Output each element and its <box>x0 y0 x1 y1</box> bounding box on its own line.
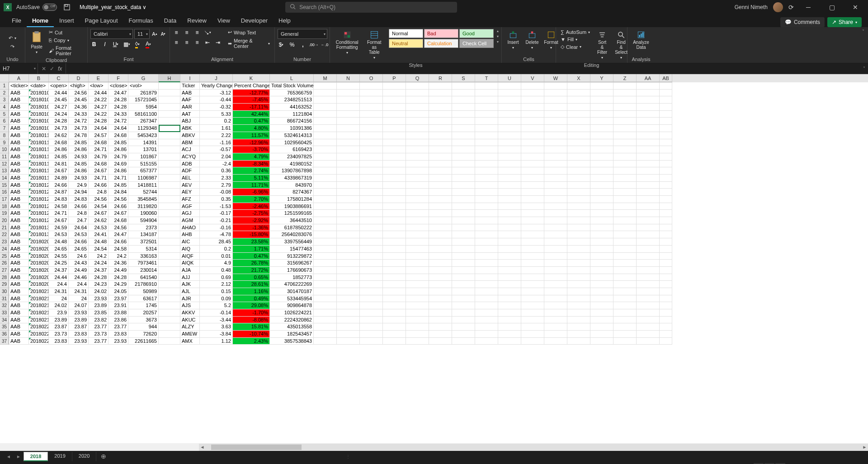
cell[interactable] <box>521 82 544 90</box>
cell[interactable] <box>567 274 590 281</box>
cell[interactable] <box>637 274 660 281</box>
cell[interactable] <box>521 118 544 125</box>
cell[interactable] <box>613 182 637 189</box>
cell[interactable] <box>159 196 180 203</box>
cell[interactable] <box>637 96 660 104</box>
cell[interactable] <box>475 189 498 196</box>
cell[interactable]: -1.36% <box>233 224 270 232</box>
bold-button[interactable]: B <box>90 41 98 48</box>
cell[interactable] <box>406 175 429 182</box>
cell[interactable] <box>360 224 383 232</box>
cell[interactable] <box>590 331 613 338</box>
cell[interactable] <box>337 231 360 238</box>
cell[interactable] <box>314 189 337 196</box>
cell[interactable]: 20180102 <box>29 90 49 97</box>
cell[interactable]: 20180207 <box>29 267 49 274</box>
cell[interactable] <box>406 317 429 324</box>
cell[interactable] <box>590 253 613 260</box>
cell[interactable] <box>637 217 660 224</box>
cell[interactable]: 24.46 <box>69 274 89 281</box>
cell[interactable] <box>383 175 406 182</box>
cell[interactable]: 20180123 <box>29 189 49 196</box>
cell[interactable] <box>475 317 498 324</box>
cell[interactable]: <vol> <box>128 82 159 90</box>
cell[interactable] <box>383 189 406 196</box>
cell[interactable] <box>613 274 637 281</box>
cell[interactable] <box>159 281 180 288</box>
cell[interactable] <box>544 132 567 139</box>
cell[interactable] <box>159 189 180 196</box>
cell[interactable] <box>498 253 521 260</box>
cell[interactable]: ACYQ <box>180 153 200 161</box>
cell[interactable]: -3.12 <box>200 90 233 97</box>
cell[interactable]: 0.09 <box>200 295 233 303</box>
column-header-I[interactable]: I <box>180 74 200 82</box>
cell[interactable] <box>159 331 180 338</box>
cell[interactable]: AJL <box>180 288 200 295</box>
cell[interactable]: 7973461 <box>128 260 159 267</box>
cell[interactable] <box>314 132 337 139</box>
row-header[interactable]: 20 <box>0 217 9 224</box>
cell[interactable]: 23.87 <box>49 323 69 331</box>
cell[interactable] <box>521 317 544 324</box>
cell[interactable] <box>159 317 180 324</box>
cell[interactable] <box>452 182 475 189</box>
cell[interactable] <box>383 90 406 97</box>
cell[interactable] <box>660 82 672 90</box>
cell[interactable] <box>337 338 360 345</box>
cell[interactable] <box>567 253 590 260</box>
cell[interactable] <box>637 118 660 125</box>
cell[interactable] <box>383 146 406 153</box>
cell[interactable] <box>383 139 406 147</box>
cell[interactable]: 21786910 <box>128 281 159 288</box>
cell[interactable]: 594904 <box>128 217 159 224</box>
cell[interactable] <box>475 295 498 303</box>
cell[interactable]: 24.2 <box>89 253 108 260</box>
cell[interactable] <box>383 288 406 295</box>
cell[interactable]: 24.28 <box>108 96 128 104</box>
cell[interactable] <box>159 217 180 224</box>
cell[interactable]: 23.93 <box>69 338 89 345</box>
cell[interactable]: -0.08 <box>200 189 233 196</box>
cell[interactable] <box>475 260 498 267</box>
currency-button[interactable]: $▾ <box>278 41 285 48</box>
cell[interactable] <box>429 82 452 90</box>
cell[interactable]: 24.62 <box>49 132 69 139</box>
cell[interactable] <box>475 281 498 288</box>
cell[interactable] <box>314 90 337 97</box>
cell[interactable] <box>521 104 544 111</box>
cell[interactable]: AAB <box>9 217 29 224</box>
cell[interactable]: AEL <box>180 175 200 182</box>
cell[interactable]: 24.28 <box>89 274 108 281</box>
cell[interactable]: 515155 <box>128 161 159 168</box>
cell[interactable]: 5954 <box>128 104 159 111</box>
cell[interactable] <box>544 161 567 168</box>
save-icon[interactable] <box>63 4 71 11</box>
cell[interactable] <box>613 253 637 260</box>
cell[interactable] <box>521 338 544 345</box>
cell[interactable] <box>360 274 383 281</box>
cell[interactable]: 1251599165 <box>270 210 314 217</box>
cell[interactable] <box>660 104 672 111</box>
cell[interactable] <box>475 274 498 281</box>
autosum-button[interactable]: ∑AutoSum▾ <box>559 29 592 35</box>
cell[interactable]: <low> <box>89 82 108 90</box>
cell[interactable] <box>452 132 475 139</box>
cell[interactable]: 1.16% <box>233 288 270 295</box>
cell[interactable] <box>429 125 452 132</box>
cell[interactable] <box>337 260 360 267</box>
share-button[interactable]: ↗ Share ▾ <box>827 17 862 27</box>
cell[interactable]: 24.57 <box>89 132 108 139</box>
cell[interactable]: 10391386 <box>270 125 314 132</box>
cell[interactable] <box>314 210 337 217</box>
cell[interactable] <box>314 267 337 274</box>
cell[interactable]: -8.34% <box>233 161 270 168</box>
cell[interactable] <box>590 302 613 309</box>
cell[interactable] <box>567 323 590 331</box>
cell[interactable] <box>521 331 544 338</box>
cell[interactable] <box>521 260 544 267</box>
cell[interactable]: 24.85 <box>69 139 89 147</box>
cell[interactable] <box>406 82 429 90</box>
cell[interactable] <box>660 238 672 246</box>
cell[interactable] <box>383 231 406 238</box>
